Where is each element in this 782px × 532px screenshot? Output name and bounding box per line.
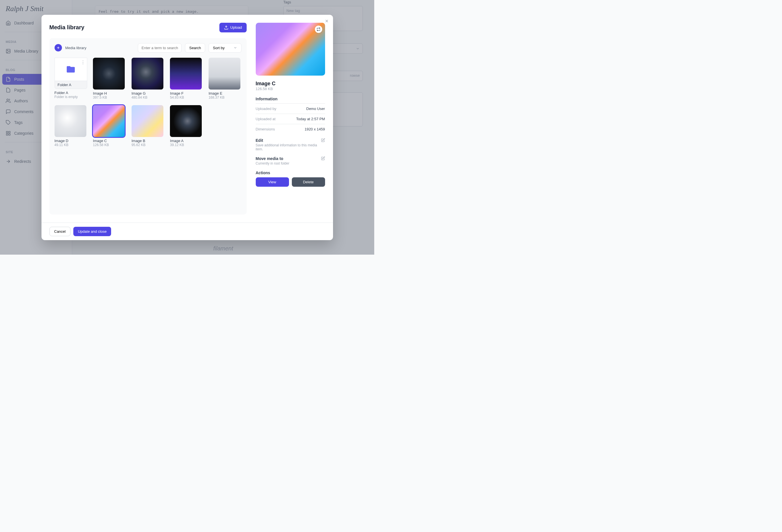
info-value: 1920 x 1459 <box>305 127 325 131</box>
item-label: Folder A <box>55 91 87 95</box>
grid-item-image-d[interactable]: Image D 49.11 KB <box>55 105 87 147</box>
modal-left: Media library Upload Media library Searc… <box>49 23 247 215</box>
add-button[interactable] <box>55 44 62 51</box>
actions-row: View Delete <box>256 177 325 187</box>
preview-image <box>256 23 325 76</box>
item-label: Image F <box>170 91 203 96</box>
info-row-uploaded-at: Uploaded at Today at 2:57 PM <box>256 114 325 124</box>
browser-panel: Media library Search Sort by <box>49 38 247 215</box>
search-button[interactable]: Search <box>185 43 205 52</box>
thumbnail <box>93 58 125 90</box>
delete-button[interactable]: Delete <box>292 177 325 187</box>
thumbnail <box>55 105 86 137</box>
grid-item-image-e[interactable]: Image E 168.37 KB <box>209 58 242 100</box>
item-label: Image H <box>93 91 126 96</box>
actions-heading: Actions <box>256 171 325 175</box>
modal-title: Media library <box>49 24 84 31</box>
grid-item-folder-a[interactable]: ⋮ Folder A Folder A Folder is empty <box>55 58 87 100</box>
grid-item-image-h[interactable]: Image H 397.5 KB <box>93 58 126 100</box>
item-label: Image D <box>55 139 87 143</box>
swap-button[interactable] <box>315 26 322 33</box>
item-meta: 480.84 KB <box>132 96 165 100</box>
thumbnail <box>132 105 164 137</box>
grid-item-image-b[interactable]: Image B 95.62 KB <box>132 105 165 147</box>
move-title: Move media to <box>256 156 290 161</box>
info-label: Dimensions <box>256 127 275 131</box>
breadcrumb[interactable]: Media library <box>65 46 135 50</box>
folder-name-input[interactable]: Folder A <box>55 81 87 89</box>
pencil-icon <box>321 138 325 142</box>
item-meta: 126.58 KB <box>93 143 126 147</box>
thumbnail-selected <box>93 105 125 137</box>
upload-label: Upload <box>230 25 242 30</box>
item-meta: 49.11 KB <box>55 143 87 147</box>
detail-size: 126.58 KB <box>256 87 325 91</box>
move-desc: Currently in root folder <box>256 162 290 166</box>
item-meta: 54.93 KB <box>170 96 203 100</box>
info-value: Demo User <box>306 107 325 111</box>
modal-footer: Cancel Update and close <box>41 222 333 240</box>
edit-desc: Save additional information to this medi… <box>256 143 321 151</box>
edit-section: Edit Save additional information to this… <box>256 134 325 152</box>
plus-icon <box>56 46 60 50</box>
thumbnail <box>132 58 164 90</box>
item-label: Image E <box>209 91 242 96</box>
update-button[interactable]: Update and close <box>73 227 111 236</box>
cancel-button[interactable]: Cancel <box>49 227 70 236</box>
modal-header: Media library Upload <box>49 23 247 32</box>
item-label: Image A <box>170 139 203 143</box>
info-label: Uploaded at <box>256 117 276 121</box>
info-heading: Information <box>256 97 325 101</box>
item-meta: Folder is empty <box>55 95 87 99</box>
modal-overlay[interactable]: Media library Upload Media library Searc… <box>0 0 374 255</box>
item-meta: 397.5 KB <box>93 96 126 100</box>
item-meta: 95.62 KB <box>132 143 165 147</box>
edit-title: Edit <box>256 138 321 143</box>
folder-icon <box>66 65 76 74</box>
detail-title: Image C <box>256 81 325 87</box>
upload-button[interactable]: Upload <box>219 23 246 32</box>
chevron-down-icon <box>233 46 237 50</box>
swap-icon <box>317 27 321 31</box>
thumbnail <box>209 58 240 90</box>
details-panel: Image C 126.58 KB Information Uploaded b… <box>256 23 325 215</box>
media-library-modal: Media library Upload Media library Searc… <box>41 15 333 240</box>
grid-item-image-a[interactable]: Image A 39.12 KB <box>170 105 203 147</box>
item-label: Image C <box>93 139 126 143</box>
grid-item-image-c[interactable]: Image C 126.58 KB <box>93 105 126 147</box>
item-label: Image G <box>132 91 165 96</box>
close-icon <box>324 19 329 23</box>
close-button[interactable] <box>324 19 329 23</box>
search-input[interactable] <box>138 43 182 52</box>
thumbnail <box>170 105 202 137</box>
info-value: Today at 2:57 PM <box>296 117 325 121</box>
grid-item-image-f[interactable]: Image F 54.93 KB <box>170 58 203 100</box>
thumbnail <box>170 58 202 90</box>
pencil-icon <box>321 156 325 160</box>
upload-icon <box>224 25 228 30</box>
move-section: Move media to Currently in root folder <box>256 152 325 167</box>
view-button[interactable]: View <box>256 177 289 187</box>
edit-button[interactable] <box>321 138 325 142</box>
more-button[interactable]: ⋮ <box>81 60 85 65</box>
info-row-dimensions: Dimensions 1920 x 1459 <box>256 124 325 134</box>
grid-item-image-g[interactable]: Image G 480.84 KB <box>132 58 165 100</box>
move-button[interactable] <box>321 156 325 160</box>
item-meta: 39.12 KB <box>170 143 203 147</box>
item-meta: 168.37 KB <box>209 96 242 100</box>
info-row-uploaded-by: Uploaded by Demo User <box>256 103 325 114</box>
sort-button[interactable]: Sort by <box>209 43 241 52</box>
sort-label: Sort by <box>213 46 224 50</box>
info-label: Uploaded by <box>256 107 277 111</box>
folder-thumb: ⋮ <box>55 58 87 81</box>
media-grid: ⋮ Folder A Folder A Folder is empty Imag… <box>55 58 242 147</box>
browser-toolbar: Media library Search Sort by <box>55 43 242 52</box>
item-label: Image B <box>132 139 165 143</box>
